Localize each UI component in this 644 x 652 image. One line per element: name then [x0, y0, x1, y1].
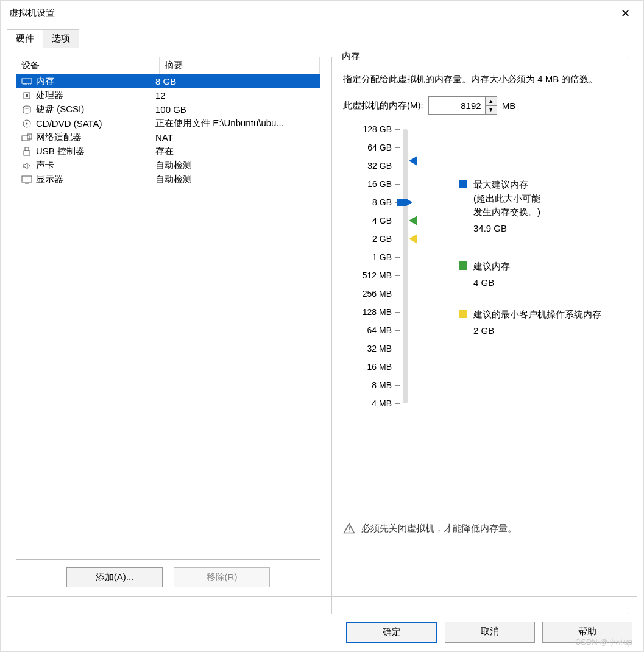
- scale-label: 2 GB: [372, 234, 392, 244]
- max-marker-icon: [409, 156, 417, 166]
- hw-summary: 自动检测: [155, 174, 316, 185]
- square-yellow-icon: [459, 310, 467, 318]
- scale-label: 64 MB: [367, 325, 392, 335]
- hw-name: 硬盘 (SCSI): [36, 104, 155, 115]
- hw-row-disk[interactable]: 硬盘 (SCSI)100 GB: [16, 102, 320, 116]
- square-green-icon: [459, 261, 467, 270]
- scale-tick: [395, 385, 400, 386]
- scale-tick: [395, 403, 400, 404]
- scale-tick: [395, 239, 400, 239]
- spin-down-icon[interactable]: ▼: [486, 106, 497, 114]
- hw-row-usb[interactable]: USB 控制器存在: [16, 144, 320, 158]
- scale-tick: [395, 166, 400, 166]
- scale-label: 4 MB: [372, 399, 392, 408]
- svg-point-10: [26, 122, 28, 124]
- svg-rect-13: [25, 147, 29, 151]
- legend-max: 最大建议内存: [473, 178, 540, 192]
- cancel-button[interactable]: 取消: [445, 622, 535, 643]
- legend-max-note1: (超出此大小可能: [473, 192, 540, 206]
- slider-track[interactable]: [403, 129, 408, 403]
- rec-marker-icon: [409, 216, 417, 225]
- warning-icon: [343, 522, 355, 534]
- svg-point-8: [23, 106, 30, 108]
- tab-hardware[interactable]: 硬件: [7, 29, 43, 48]
- legend-max-note2: 发生内存交换。): [473, 205, 540, 219]
- hw-name: 处理器: [36, 90, 155, 101]
- svg-rect-0: [22, 79, 32, 83]
- scale-tick: [395, 330, 400, 331]
- cd-icon: [20, 118, 34, 129]
- ok-button[interactable]: 确定: [346, 622, 437, 643]
- scale-label: 32 MB: [367, 344, 392, 353]
- hw-row-sound[interactable]: 声卡自动检测: [16, 158, 320, 172]
- hw-name: 声卡: [36, 160, 155, 171]
- hw-row-net[interactable]: 网络适配器NAT: [16, 130, 320, 144]
- hw-name: 内存: [36, 76, 155, 87]
- hw-summary: 存在: [155, 146, 316, 157]
- hw-name: USB 控制器: [36, 146, 155, 157]
- svg-rect-14: [24, 151, 30, 155]
- scale-tick: [395, 184, 400, 185]
- svg-rect-15: [22, 176, 32, 182]
- hw-name: 显示器: [36, 174, 155, 185]
- slider-thumb[interactable]: [397, 196, 412, 208]
- memory-label: 此虚拟机的内存(M):: [343, 100, 423, 112]
- hw-row-memory[interactable]: 内存8 GB: [16, 74, 320, 88]
- memory-input[interactable]: [429, 99, 485, 112]
- scale-tick: [395, 257, 400, 258]
- scale-tick: [395, 221, 400, 221]
- min-marker-icon: [409, 234, 417, 244]
- hardware-left: 设备 摘要 内存8 GB处理器12硬盘 (SCSI)100 GBCD/DVD (…: [16, 57, 320, 587]
- scale-label: 8 MB: [372, 380, 392, 390]
- scale-label: 64 GB: [367, 143, 392, 152]
- hw-name: 网络适配器: [36, 132, 155, 143]
- hw-summary: 正在使用文件 E:\Unbuntu\ubu...: [155, 118, 316, 129]
- window-title: 虚拟机设置: [9, 7, 55, 19]
- scale-label: 16 GB: [367, 179, 392, 189]
- disk-icon: [20, 104, 34, 115]
- svg-rect-11: [22, 136, 29, 141]
- tab-bar: 硬件 选项: [7, 29, 637, 48]
- display-icon: [20, 174, 34, 185]
- legend-rec: 建议内存: [473, 260, 510, 274]
- scale-label: 8 GB: [372, 197, 392, 207]
- hw-name: CD/DVD (SATA): [36, 118, 155, 129]
- help-button[interactable]: 帮助: [542, 622, 632, 643]
- scale-tick: [395, 275, 400, 276]
- scale-label: 1 GB: [372, 252, 392, 262]
- hw-buttons: 添加(A)... 移除(R): [16, 567, 320, 587]
- hw-summary: NAT: [155, 132, 316, 143]
- scale-label: 128 MB: [363, 307, 392, 317]
- hw-summary: 自动检测: [155, 160, 316, 171]
- svg-marker-17: [397, 199, 412, 206]
- scale-label: 4 GB: [372, 216, 392, 225]
- spin-up-icon[interactable]: ▲: [486, 97, 497, 106]
- net-icon: [20, 132, 34, 143]
- memory-desc: 指定分配给此虚拟机的内存量。内存大小必须为 4 MB 的倍数。: [343, 72, 617, 87]
- warning-text: 必须先关闭虚拟机，才能降低内存量。: [361, 523, 517, 534]
- hw-row-cpu[interactable]: 处理器12: [16, 88, 320, 102]
- warning-row: 必须先关闭虚拟机，才能降低内存量。: [343, 522, 617, 534]
- hw-row-display[interactable]: 显示器自动检测: [16, 172, 320, 186]
- hw-row-cd[interactable]: CD/DVD (SATA)正在使用文件 E:\Unbuntu\ubu...: [16, 116, 320, 130]
- scale-label: 512 MB: [363, 271, 392, 280]
- col-summary: 摘要: [160, 57, 320, 74]
- add-button[interactable]: 添加(A)...: [66, 567, 163, 587]
- scale-tick: [395, 349, 400, 349]
- memory-spinner[interactable]: ▲ ▼: [428, 96, 497, 115]
- memory-panel: 内存 指定分配给此虚拟机的内存量。内存大小必须为 4 MB 的倍数。 此虚拟机的…: [331, 57, 628, 587]
- scale-tick: [395, 312, 400, 313]
- legend-min-val: 2 GB: [473, 324, 601, 338]
- memory-icon: [20, 76, 34, 87]
- scale-label: 128 GB: [363, 124, 392, 134]
- svg-point-19: [349, 531, 350, 532]
- remove-button: 移除(R): [174, 567, 270, 587]
- dialog-footer: 确定 取消 帮助: [346, 622, 632, 643]
- hardware-pane: 设备 摘要 内存8 GB处理器12硬盘 (SCSI)100 GBCD/DVD (…: [7, 48, 637, 597]
- close-icon[interactable]: ✕: [615, 5, 636, 21]
- scale-tick: [395, 294, 400, 294]
- memory-scale: 128 GB64 GB32 GB16 GB8 GB4 GB2 GB1 GB512…: [349, 129, 617, 416]
- memory-unit: MB: [502, 101, 516, 111]
- tab-options[interactable]: 选项: [43, 29, 79, 48]
- memory-input-row: 此虚拟机的内存(M): ▲ ▼ MB: [343, 96, 617, 115]
